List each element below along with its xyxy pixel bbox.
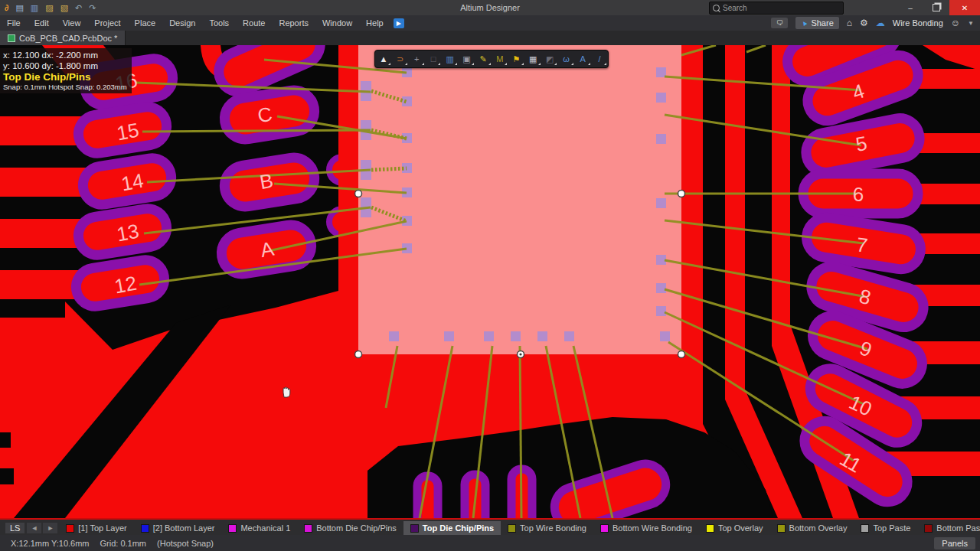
keepout-icon[interactable]: ω — [559, 52, 573, 66]
iso-routing-icon[interactable]: ▦ — [526, 52, 541, 66]
grid-readout: Grid: 0.1mm — [100, 539, 147, 548]
room-icon[interactable]: □ — [426, 52, 440, 66]
menu-design[interactable]: Design — [162, 15, 202, 31]
layer-tab--1-top-layer[interactable]: [1] Top Layer — [59, 521, 133, 535]
layer-tab-top-die-chip-pins[interactable]: Top Die Chip/Pins — [403, 521, 501, 535]
menu-file[interactable]: File — [0, 15, 28, 31]
close-button[interactable]: ✕ — [949, 0, 980, 15]
cloud-icon: ☁ — [876, 18, 885, 28]
layer-tab-label: Top Die Chip/Pins — [423, 523, 494, 533]
run-icon[interactable]: ▶ — [394, 18, 404, 28]
layer-color-swatch — [600, 524, 609, 533]
layer-tab-label: [2] Bottom Layer — [153, 523, 215, 533]
menu-bar: FileEditViewProjectPlaceDesignToolsRoute… — [0, 15, 980, 31]
user-caret-icon[interactable]: ▼ — [968, 20, 974, 27]
layer-color-swatch — [304, 524, 312, 533]
layer-tab-bottom-paste[interactable]: Bottom Paste — [917, 521, 980, 535]
layer-tab-label: Bottom Paste — [936, 523, 980, 533]
menu-window[interactable]: Window — [315, 15, 359, 31]
comment-icon[interactable]: 🗨 — [771, 18, 788, 28]
select-filter-icon[interactable]: ▲ — [376, 52, 390, 66]
new-doc-icon[interactable]: ▤ — [15, 0, 23, 15]
snap-magnet-icon[interactable]: ⊃ — [393, 52, 407, 66]
layer-tab-top-paste[interactable]: Top Paste — [854, 521, 917, 535]
svg-text:6: 6 — [853, 183, 864, 206]
svg-text:15: 15 — [115, 119, 141, 145]
hud-y-readout: y: 10.600 dy: -1.800 mm — [3, 60, 127, 71]
menu-reports[interactable]: Reports — [272, 15, 315, 31]
via-icon[interactable]: ⚑ — [509, 52, 524, 66]
layer-color-swatch — [410, 524, 419, 533]
layer-set-button[interactable]: LS — [5, 523, 24, 533]
menu-place[interactable]: Place — [128, 15, 163, 31]
pad-icon[interactable]: ▣ — [459, 52, 474, 66]
layer-color-swatch — [508, 524, 516, 533]
die-chip-overlay[interactable] — [358, 45, 681, 354]
active-bar-toolbar: ▲⊃+□▥▣✎M⚑▦◩ωA/ — [374, 50, 609, 68]
layer-tab-mechanical-1[interactable]: Mechanical 1 — [221, 521, 297, 535]
differential-pair-icon[interactable]: M — [492, 52, 507, 66]
hud-snap-info: Snap: 0.1mm Hotspot Snap: 0.203mm — [3, 83, 127, 91]
layer-color-swatch — [706, 524, 714, 533]
layer-tab-label: Mechanical 1 — [240, 523, 290, 533]
workspace-label[interactable]: Wire Bonding — [893, 18, 943, 28]
layer-tab--2-bottom-layer[interactable]: [2] Bottom Layer — [134, 521, 222, 535]
layer-tab-bottom-overlay[interactable]: Bottom Overlay — [770, 521, 854, 535]
redo-icon[interactable]: ↷ — [89, 0, 96, 15]
hud-active-layer: Top Die Chip/Pins — [3, 71, 127, 83]
layer-tab-top-overlay[interactable]: Top Overlay — [699, 521, 770, 535]
layer-color-swatch — [861, 524, 869, 533]
layer-tab-label: Bottom Wire Bonding — [612, 523, 692, 533]
menu-tools[interactable]: Tools — [202, 15, 236, 31]
open-project-icon[interactable]: ▧ — [60, 0, 68, 15]
layer-color-swatch — [66, 524, 74, 533]
status-bar: X:12.1mm Y:10.6mm Grid: 0.1mm (Hotspot S… — [0, 535, 980, 551]
restore-button[interactable] — [923, 0, 949, 15]
heads-up-display: x: 12.100 dx: -2.200 mm y: 10.600 dy: -1… — [0, 48, 132, 93]
layer-tab-bottom-die-chip-pins[interactable]: Bottom Die Chip/Pins — [297, 521, 403, 535]
layers-scroll-right[interactable]: ► — [43, 523, 57, 533]
layer-color-swatch — [141, 524, 149, 533]
layer-tab-label: Top Wire Bonding — [520, 523, 586, 533]
document-tab-bar: CoB_PCB_CAD.PcbDoc * — [0, 31, 980, 45]
minimize-button[interactable]: – — [897, 0, 923, 15]
menu-route[interactable]: Route — [236, 15, 272, 31]
altium-logo-icon: ∂ — [5, 0, 8, 15]
document-tab[interactable]: CoB_PCB_CAD.PcbDoc * — [0, 31, 126, 45]
menu-project[interactable]: Project — [87, 15, 127, 31]
svg-text:14: 14 — [119, 169, 145, 196]
layer-color-swatch — [228, 524, 237, 533]
layer-tab-label: Bottom Die Chip/Pins — [316, 523, 397, 533]
share-arrow-icon: ▲ — [799, 18, 809, 28]
move-crosshair-icon[interactable]: + — [410, 52, 424, 66]
pcbdoc-icon — [8, 34, 15, 42]
component-icon[interactable]: ▥ — [443, 52, 457, 66]
menu-edit[interactable]: Edit — [28, 15, 56, 31]
layer-tab-bottom-wire-bonding[interactable]: Bottom Wire Bonding — [593, 521, 699, 535]
route-icon[interactable]: ✎ — [476, 52, 491, 66]
settings-gear-icon[interactable]: ⚙ — [860, 18, 868, 28]
layer-tab-label: Bottom Overlay — [789, 523, 848, 533]
pcb-canvas[interactable]: 16 15 14 13 12 C B A 4 5 6 7 8 9 10 11 — [0, 45, 980, 518]
user-icon[interactable]: ☺ — [951, 18, 960, 28]
menu-view[interactable]: View — [56, 15, 88, 31]
layer-color-swatch — [924, 524, 933, 533]
layers-scroll-left[interactable]: ◄ — [27, 523, 41, 533]
open-folder-icon[interactable]: ▨ — [45, 0, 53, 15]
layer-tab-label: Top Overlay — [718, 523, 763, 533]
string-icon[interactable]: A — [576, 52, 590, 66]
cursor-coordinates: X:12.1mm Y:10.6mm — [11, 539, 90, 548]
panels-button[interactable]: Panels — [934, 537, 975, 549]
home-icon[interactable]: ⌂ — [847, 18, 852, 28]
menu-help[interactable]: Help — [359, 15, 390, 31]
title-bar: ∂ ▤ ▥ ▨ ▧ ↶ ↷ Altium Designer Search – ✕ — [0, 0, 980, 15]
polygon-icon[interactable]: ◩ — [542, 52, 557, 66]
line-icon[interactable]: / — [592, 52, 606, 66]
pcb-drawing[interactable]: 16 15 14 13 12 C B A 4 5 6 7 8 9 10 11 — [0, 45, 980, 518]
share-button[interactable]: ▲ Share — [795, 17, 838, 29]
search-input[interactable]: Search — [709, 2, 844, 15]
layer-color-swatch — [777, 524, 786, 533]
layer-tab-top-wire-bonding[interactable]: Top Wire Bonding — [501, 521, 593, 535]
copy-doc-icon[interactable]: ▥ — [31, 0, 38, 15]
undo-icon[interactable]: ↶ — [75, 0, 82, 15]
